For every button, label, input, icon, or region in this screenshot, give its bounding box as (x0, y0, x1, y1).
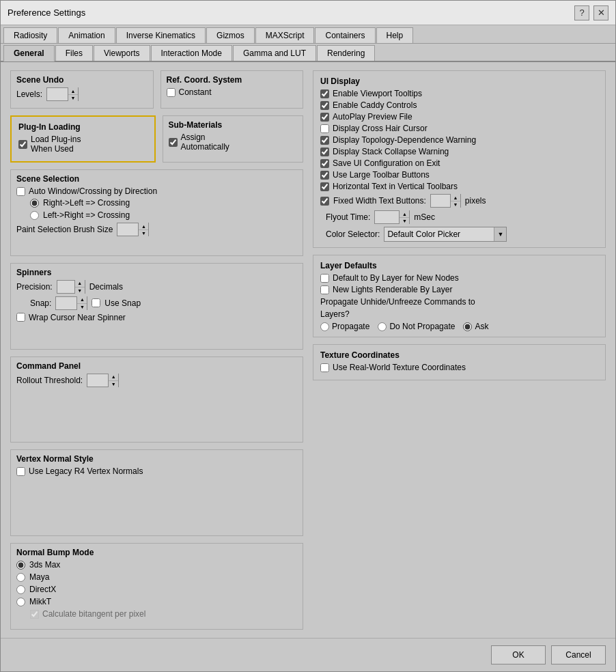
use-snap-checkbox[interactable] (92, 298, 100, 307)
constant-label: Constant (179, 87, 212, 97)
levels-value[interactable]: 20 (47, 88, 68, 100)
bump-maya-row: Maya (16, 572, 297, 582)
snap-up[interactable]: ▲ (77, 296, 87, 303)
propagate-section: Propagate Unhide/Unfreeze Commands to La… (320, 297, 598, 331)
fixed-width-down[interactable]: ▼ (451, 201, 460, 208)
bump-mikkt-label: MikkT (29, 597, 51, 606)
cross-hair-checkbox[interactable] (320, 124, 329, 133)
propagate-label: Propagate Unhide/Unfreeze Commands to (320, 297, 598, 307)
autoplay-preview-checkbox[interactable] (320, 113, 329, 122)
flyout-value[interactable]: 300 (375, 211, 399, 223)
auto-window-checkbox[interactable] (16, 187, 25, 196)
paint-size-up[interactable]: ▲ (139, 223, 148, 229)
topology-warning-row: Display Topology-Dependence Warning (320, 135, 598, 145)
assign-auto-checkbox[interactable] (169, 138, 178, 147)
fixed-width-checkbox[interactable] (320, 197, 329, 206)
fixed-width-spinner[interactable]: 70 ▲ ▼ (430, 194, 461, 208)
horizontal-text-checkbox[interactable] (320, 182, 329, 191)
ask-radio[interactable] (463, 322, 472, 331)
levels-spinner[interactable]: 20 ▲ ▼ (46, 87, 79, 101)
paint-size-value[interactable]: 25 (117, 223, 138, 236)
bump-directx-radio[interactable] (16, 585, 25, 594)
fixed-width-value[interactable]: 70 (431, 195, 450, 207)
color-selector-arrow[interactable]: ▼ (494, 227, 506, 241)
levels-up[interactable]: ▲ (68, 87, 78, 94)
wrap-cursor-row: Wrap Cursor Near Spinner (16, 313, 297, 322)
close-button[interactable]: ✕ (593, 5, 608, 20)
paint-size-spinner[interactable]: 25 ▲ ▼ (117, 223, 149, 236)
large-toolbar-checkbox[interactable] (320, 171, 329, 180)
save-ui-config-checkbox[interactable] (320, 159, 329, 168)
rollout-value[interactable]: 73 (87, 374, 108, 387)
precision-value[interactable]: 3 (57, 281, 74, 293)
fixed-width-up[interactable]: ▲ (451, 194, 460, 201)
paint-size-down[interactable]: ▼ (139, 229, 148, 236)
precision-up[interactable]: ▲ (75, 280, 85, 287)
tab-interaction-mode[interactable]: Interaction Mode (151, 45, 232, 61)
tab-inverse-kinematics[interactable]: Inverse Kinematics (116, 27, 206, 43)
help-button[interactable]: ? (574, 5, 589, 20)
wrap-cursor-checkbox[interactable] (16, 313, 25, 322)
levels-arrows: ▲ ▼ (68, 87, 78, 101)
right-left-label: Right->Left => Crossing (43, 198, 130, 208)
topology-warning-checkbox[interactable] (320, 136, 329, 145)
precision-spinner[interactable]: 3 ▲ ▼ (57, 280, 85, 294)
precision-label: Precision: (16, 282, 53, 292)
rollout-up[interactable]: ▲ (109, 374, 118, 380)
tab-help[interactable]: Help (376, 27, 414, 43)
rollout-spinner[interactable]: 73 ▲ ▼ (87, 374, 119, 387)
real-world-texture-checkbox[interactable] (320, 363, 329, 372)
tab-general[interactable]: General (3, 45, 55, 61)
bump-mikkt-radio[interactable] (16, 598, 25, 606)
tab-radiosity[interactable]: Radiosity (3, 27, 57, 43)
viewport-tooltips-label: Enable Viewport Tooltips (333, 89, 422, 98)
ok-button[interactable]: OK (491, 645, 546, 664)
horizontal-text-row: Horizontal Text in Vertical Toolbars (320, 182, 598, 191)
right-panel: UI Display Enable Viewport Tooltips Enab… (313, 70, 606, 630)
propagate-radio[interactable] (320, 322, 329, 331)
tab-gamma-lut[interactable]: Gamma and LUT (233, 45, 316, 61)
autoplay-preview-label: AutoPlay Preview File (333, 112, 412, 122)
bump-maya-radio[interactable] (16, 573, 25, 582)
constant-checkbox[interactable] (167, 88, 176, 97)
color-selector-dropdown[interactable]: Default Color Picker ▼ (384, 227, 507, 242)
do-not-propagate-radio[interactable] (378, 322, 387, 331)
rollout-down[interactable]: ▼ (109, 380, 118, 387)
default-by-layer-checkbox[interactable] (320, 274, 329, 283)
left-right-row: Left->Right => Crossing (30, 210, 297, 220)
right-left-radio[interactable] (30, 199, 39, 208)
autoplay-preview-row: AutoPlay Preview File (320, 112, 598, 122)
cancel-button[interactable]: Cancel (551, 645, 606, 664)
flyout-spinner[interactable]: 300 ▲ ▼ (374, 210, 410, 224)
flyout-up[interactable]: ▲ (400, 210, 409, 217)
snap-value[interactable]: 1.0 (56, 297, 76, 309)
flyout-down[interactable]: ▼ (400, 217, 409, 224)
tab-maxscript[interactable]: MAXScript (255, 27, 315, 43)
levels-down[interactable]: ▼ (68, 94, 78, 101)
color-selector-value: Default Color Picker (384, 229, 494, 239)
tab-animation[interactable]: Animation (58, 27, 115, 43)
default-by-layer-label: Default to By Layer for New Nodes (333, 273, 459, 283)
precision-down[interactable]: ▼ (75, 287, 85, 294)
viewport-tooltips-checkbox[interactable] (320, 89, 329, 98)
left-right-label: Left->Right => Crossing (43, 210, 130, 220)
new-lights-checkbox[interactable] (320, 285, 329, 294)
command-panel-title: Command Panel (16, 361, 297, 371)
left-right-radio[interactable] (30, 211, 39, 220)
use-legacy-checkbox[interactable] (16, 467, 25, 476)
tab-viewports[interactable]: Viewports (94, 45, 150, 61)
bump-3dsmax-radio[interactable] (16, 561, 25, 570)
calculate-bitangent-checkbox[interactable] (30, 610, 39, 619)
texture-coordinates-box: Texture Coordinates Use Real-World Textu… (313, 344, 606, 380)
tab-containers[interactable]: Containers (315, 27, 375, 43)
rollout-row: Rollout Threshold: 73 ▲ ▼ (16, 374, 297, 387)
window-title: Preference Settings (8, 8, 85, 18)
tab-rendering[interactable]: Rendering (317, 45, 375, 61)
caddy-controls-checkbox[interactable] (320, 101, 329, 110)
tab-files[interactable]: Files (55, 45, 93, 61)
load-plugins-checkbox[interactable] (18, 140, 27, 149)
snap-down[interactable]: ▼ (77, 303, 87, 310)
stack-collapse-checkbox[interactable] (320, 148, 329, 156)
snap-spinner[interactable]: 1.0 ▲ ▼ (55, 296, 87, 310)
tab-gizmos[interactable]: Gizmos (206, 27, 255, 43)
